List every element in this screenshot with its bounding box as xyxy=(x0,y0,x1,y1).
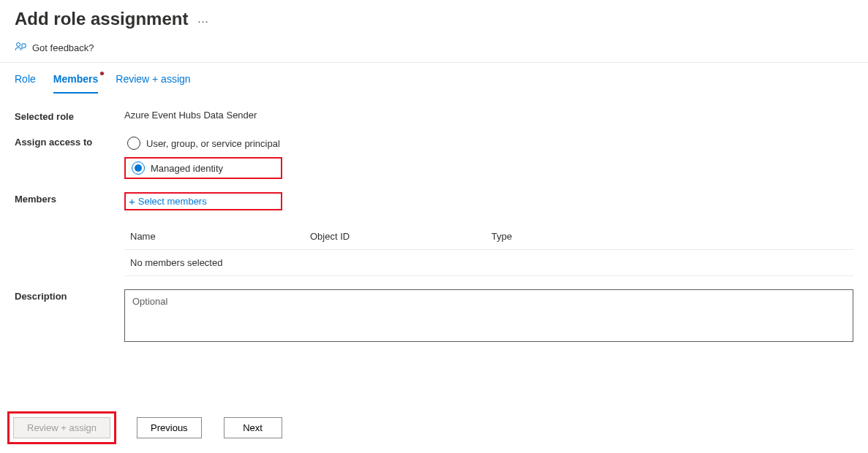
radio-circle-icon xyxy=(127,137,140,150)
selected-role-label: Selected role xyxy=(15,110,124,122)
feedback-link[interactable]: Got feedback? xyxy=(32,42,94,53)
description-input[interactable] xyxy=(124,289,853,342)
radio-circle-selected-icon xyxy=(132,161,145,175)
plus-icon: + xyxy=(129,195,135,208)
tab-members[interactable]: Members xyxy=(53,73,98,94)
radio-label-managed-identity: Managed identity xyxy=(151,163,223,174)
page-title: Add role assignment xyxy=(15,9,188,29)
previous-button[interactable]: Previous xyxy=(137,417,202,438)
select-members-link[interactable]: + Select members xyxy=(129,195,278,208)
more-actions-icon[interactable]: … xyxy=(197,12,209,26)
highlight-review-assign: Review + assign xyxy=(7,411,116,444)
feedback-bar[interactable]: Got feedback? xyxy=(0,35,868,63)
select-members-text: Select members xyxy=(138,196,207,207)
review-assign-button: Review + assign xyxy=(13,417,110,438)
next-button[interactable]: Next xyxy=(224,417,282,438)
assign-access-label: Assign access to xyxy=(15,135,124,148)
radio-user-group-principal[interactable]: User, group, or service principal xyxy=(124,135,853,151)
members-table: Name Object ID Type No members selected xyxy=(124,224,853,276)
radio-label-user-group: User, group, or service principal xyxy=(146,138,280,149)
footer: Review + assign Previous Next xyxy=(7,411,282,444)
tab-members-label: Members xyxy=(53,73,98,85)
assign-access-row: Assign access to User, group, or service… xyxy=(15,135,853,179)
assign-access-radio-group: User, group, or service principal Manage… xyxy=(124,135,853,179)
tab-role[interactable]: Role xyxy=(15,73,36,94)
description-row: Description xyxy=(0,276,868,342)
feedback-icon xyxy=(15,41,26,55)
tabs: Role Members Review + assign xyxy=(0,63,868,94)
svg-point-0 xyxy=(17,43,20,47)
radio-managed-identity[interactable]: Managed identity xyxy=(129,160,226,176)
members-row: Members + Select members xyxy=(15,192,853,210)
col-header-objectid[interactable]: Object ID xyxy=(310,231,491,242)
page-header: Add role assignment … xyxy=(0,0,868,35)
description-label: Description xyxy=(15,289,124,302)
selected-role-row: Selected role Azure Event Hubs Data Send… xyxy=(15,110,853,122)
table-empty-message: No members selected xyxy=(124,250,853,276)
members-label: Members xyxy=(15,192,124,205)
form-area: Selected role Azure Event Hubs Data Send… xyxy=(0,94,868,210)
highlight-select-members: + Select members xyxy=(124,192,282,210)
footer-button-group: Previous Next xyxy=(137,417,282,438)
tab-review-assign[interactable]: Review + assign xyxy=(116,73,190,94)
selected-role-value: Azure Event Hubs Data Sender xyxy=(124,110,853,121)
highlight-managed-identity: Managed identity xyxy=(124,157,282,179)
col-header-type[interactable]: Type xyxy=(491,231,848,242)
tab-members-indicator-icon xyxy=(100,72,104,75)
radio-dot-icon xyxy=(135,164,142,172)
col-header-name[interactable]: Name xyxy=(130,231,310,242)
table-header: Name Object ID Type xyxy=(124,224,853,250)
